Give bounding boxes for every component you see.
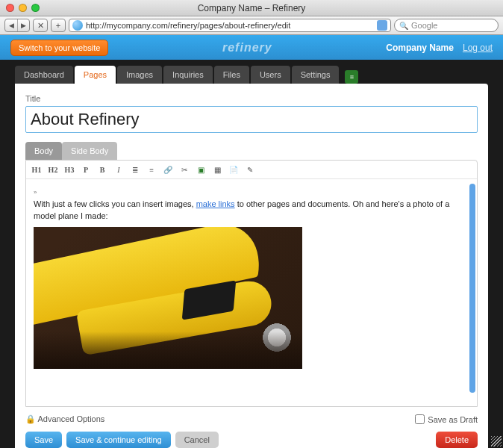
window-title: Company Name – Refinery xyxy=(0,3,503,13)
search-icon: 🔍 xyxy=(399,22,408,30)
editor-marker: » xyxy=(34,189,37,196)
paragraph-button[interactable]: P xyxy=(80,164,92,175)
minimize-window-button[interactable] xyxy=(19,4,27,12)
forward-button[interactable]: ▶ xyxy=(17,19,29,31)
h2-button[interactable]: H2 xyxy=(47,164,59,175)
link-button[interactable]: 🔗 xyxy=(162,164,174,175)
tab-body[interactable]: Body xyxy=(25,142,62,160)
tab-side-body[interactable]: Side Body xyxy=(62,142,117,160)
ol-button[interactable]: ≡ xyxy=(146,164,157,175)
logout-link[interactable]: Log out xyxy=(463,43,493,53)
model-plane-image[interactable] xyxy=(34,227,302,369)
site-favicon xyxy=(72,20,83,31)
html-button[interactable]: ✎ xyxy=(244,164,256,175)
nav-tab-pages[interactable]: Pages xyxy=(75,66,116,84)
nav-back-forward: ◀ ▶ xyxy=(4,19,30,32)
cancel-button[interactable]: Cancel xyxy=(175,432,219,448)
save-as-draft-checkbox[interactable] xyxy=(415,414,425,424)
refinery-logo: refinery xyxy=(108,41,386,55)
save-as-draft-label[interactable]: Save as Draft xyxy=(415,414,478,424)
wysiwyg-editor: H1 H2 H3 P B I ≣ ≡ 🔗 ✂ ▣ ▦ 📄 ✎ » With ju… xyxy=(25,160,478,407)
browser-toolbar: ◀ ▶ ✕ + http://mycompany.com/refinery/pa… xyxy=(0,16,503,35)
rss-icon[interactable] xyxy=(377,20,387,31)
url-text: http://mycompany.com/refinery/pages/abou… xyxy=(86,21,290,30)
h1-button[interactable]: H1 xyxy=(31,164,43,175)
editor-text-part1: With just a few clicks you can insert im… xyxy=(34,199,196,208)
editor-toolbar: H1 H2 H3 P B I ≣ ≡ 🔗 ✂ ▣ ▦ 📄 ✎ xyxy=(26,161,477,179)
file-button[interactable]: 📄 xyxy=(228,164,240,175)
switch-to-website-button[interactable]: Switch to your website xyxy=(10,40,108,56)
nav-tab-images[interactable]: Images xyxy=(117,66,162,84)
bold-button[interactable]: B xyxy=(96,164,108,175)
lock-icon: 🔒 xyxy=(25,414,36,423)
resize-grip[interactable] xyxy=(491,436,502,447)
reorder-icon[interactable]: ≡ xyxy=(345,70,358,84)
title-label: Title xyxy=(25,94,478,103)
admin-nav: Dashboard Pages Images Inquiries Files U… xyxy=(0,60,503,84)
form-actions: Save Save & continue editing Cancel Dele… xyxy=(25,432,478,448)
save-button[interactable]: Save xyxy=(25,432,62,448)
page-background: Dashboard Pages Images Inquiries Files U… xyxy=(0,60,503,448)
back-button[interactable]: ◀ xyxy=(5,19,17,31)
nav-tab-users[interactable]: Users xyxy=(251,66,290,84)
body-part-tabs: Body Side Body xyxy=(25,142,478,160)
add-bookmark-button[interactable]: + xyxy=(51,19,66,32)
nav-tab-files[interactable]: Files xyxy=(214,66,249,84)
editor-sample-link[interactable]: make links xyxy=(196,199,235,208)
window-titlebar: Company Name – Refinery xyxy=(0,0,503,16)
page-editor-card: Title Body Side Body H1 H2 H3 P B I ≣ ≡ … xyxy=(15,84,488,448)
save-continue-button[interactable]: Save & continue editing xyxy=(66,432,171,448)
zoom-window-button[interactable] xyxy=(31,4,40,12)
close-window-button[interactable] xyxy=(6,4,14,12)
table-button[interactable]: ▦ xyxy=(211,164,223,175)
browser-search[interactable]: 🔍 Google xyxy=(394,19,499,32)
app-header: Switch to your website refinery Company … xyxy=(0,35,503,60)
nav-tab-dashboard[interactable]: Dashboard xyxy=(15,66,73,84)
page-title-input[interactable] xyxy=(25,106,478,133)
italic-button[interactable]: I xyxy=(113,164,125,175)
address-bar[interactable]: http://mycompany.com/refinery/pages/abou… xyxy=(69,19,391,32)
ul-button[interactable]: ≣ xyxy=(129,164,141,175)
unlink-button[interactable]: ✂ xyxy=(178,164,190,175)
advanced-options-toggle[interactable]: 🔒 Advanced Options xyxy=(25,414,104,424)
company-link[interactable]: Company Name xyxy=(386,43,454,53)
h3-button[interactable]: H3 xyxy=(63,164,75,175)
traffic-lights xyxy=(6,4,40,12)
nav-tab-settings[interactable]: Settings xyxy=(292,66,340,84)
search-placeholder: Google xyxy=(411,21,437,30)
nav-tab-inquiries[interactable]: Inquiries xyxy=(163,66,213,84)
reload-button[interactable]: ✕ xyxy=(33,19,48,32)
image-button[interactable]: ▣ xyxy=(195,164,207,175)
editor-content-area[interactable]: » With just a few clicks you can insert … xyxy=(26,179,477,406)
delete-button[interactable]: Delete xyxy=(436,432,478,448)
advanced-row: 🔒 Advanced Options Save as Draft xyxy=(25,414,478,424)
scrollbar-thumb[interactable] xyxy=(469,184,475,393)
